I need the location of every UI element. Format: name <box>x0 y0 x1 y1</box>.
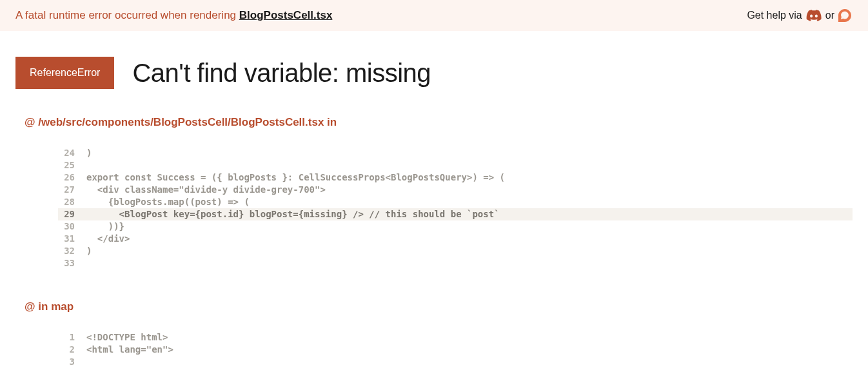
error-filename-link[interactable]: BlogPostsCell.tsx <box>239 9 333 21</box>
error-summary: A fatal runtime error occurred when rend… <box>15 9 332 22</box>
stack-suffix: in <box>324 116 337 128</box>
line-number: 24 <box>58 147 86 159</box>
stack-at-symbol: @ <box>25 300 38 313</box>
code-line: 3 <box>58 356 853 368</box>
code-line: 32) <box>58 245 853 257</box>
line-code: <BlogPost key={post.id} blogPost={missin… <box>86 208 853 220</box>
code-line: 33 <box>58 257 853 269</box>
error-header-bar: A fatal runtime error occurred when rend… <box>0 0 868 31</box>
line-number: 33 <box>58 257 86 269</box>
code-line: 31 </div> <box>58 233 853 245</box>
line-number: 28 <box>58 196 86 208</box>
code-line: 25 <box>58 159 853 171</box>
error-prefix-text: A fatal runtime error occurred when rend… <box>15 9 239 21</box>
stack-frame: @ /web/src/components/BlogPostsCell/Blog… <box>15 116 853 269</box>
line-code: <div className="divide-y divide-grey-700… <box>86 184 853 196</box>
help-links: Get help via or <box>747 9 853 22</box>
line-number: 3 <box>58 356 86 368</box>
line-code: <!DOCTYPE html> <box>86 331 853 344</box>
code-line-highlighted: 29 <BlogPost key={post.id} blogPost={mis… <box>58 208 853 220</box>
stack-frame-location: @ /web/src/components/BlogPostsCell/Blog… <box>25 116 853 129</box>
line-code: <html lang="en"> <box>86 344 853 356</box>
error-title-row: ReferenceError Can't find variable: miss… <box>15 57 853 89</box>
code-line: 26export const Success = ({ blogPosts }:… <box>58 171 853 184</box>
discord-icon[interactable] <box>806 10 822 21</box>
code-snippet: 24)2526export const Success = ({ blogPos… <box>58 147 853 269</box>
line-number: 31 <box>58 233 86 245</box>
line-code <box>86 356 853 368</box>
stack-frame: @ in map1<!DOCTYPE html>2<html lang="en"… <box>15 300 853 368</box>
code-line: 30 ))} <box>58 220 853 233</box>
error-message: Can't find variable: missing <box>132 59 431 88</box>
discourse-icon[interactable] <box>838 9 851 22</box>
stack-suffix: in map <box>38 300 74 313</box>
code-line: 24) <box>58 147 853 159</box>
line-number: 25 <box>58 159 86 171</box>
help-or-text: or <box>825 10 834 21</box>
code-line: 28 {blogPosts.map((post) => ( <box>58 196 853 208</box>
help-prefix-text: Get help via <box>747 10 802 21</box>
stack-at-symbol: @ <box>25 116 38 128</box>
line-number: 29 <box>58 208 86 220</box>
error-content: ReferenceError Can't find variable: miss… <box>0 31 868 368</box>
code-line: 27 <div className="divide-y divide-grey-… <box>58 184 853 196</box>
line-number: 32 <box>58 245 86 257</box>
line-code: </div> <box>86 233 853 245</box>
stack-file-path: /web/src/components/BlogPostsCell/BlogPo… <box>38 116 324 128</box>
line-number: 27 <box>58 184 86 196</box>
line-number: 30 <box>58 220 86 233</box>
line-number: 1 <box>58 331 86 344</box>
line-code: {blogPosts.map((post) => ( <box>86 196 853 208</box>
line-code: ) <box>86 245 853 257</box>
code-snippet: 1<!DOCTYPE html>2<html lang="en">3 <box>58 331 853 368</box>
code-line: 2<html lang="en"> <box>58 344 853 356</box>
line-code <box>86 159 853 171</box>
line-code <box>86 257 853 269</box>
line-code: ) <box>86 147 853 159</box>
stack-frame-location: @ in map <box>25 300 853 313</box>
line-code: export const Success = ({ blogPosts }: C… <box>86 171 853 184</box>
line-number: 2 <box>58 344 86 356</box>
code-line: 1<!DOCTYPE html> <box>58 331 853 344</box>
error-type-badge: ReferenceError <box>15 57 114 89</box>
line-code: ))} <box>86 220 853 233</box>
line-number: 26 <box>58 171 86 184</box>
